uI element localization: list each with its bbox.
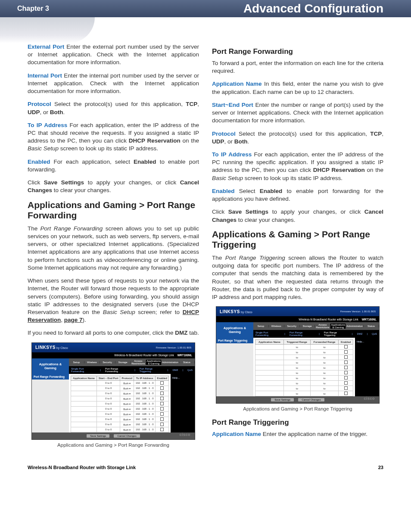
heading-prt-sub: Port Range Triggering bbox=[212, 418, 383, 427]
screenshot-caption: Applications and Gaming > Port Range For… bbox=[28, 442, 199, 448]
page-title: Advanced Configuration bbox=[243, 2, 383, 16]
screenshot-caption: Applications and Gaming > Port Range Tri… bbox=[212, 406, 383, 411]
right-column: Port Range Forwarding To forward a port,… bbox=[212, 43, 383, 454]
left-column: External Port Enter the external port nu… bbox=[28, 43, 199, 454]
para-protocol: Protocol Select the protocol(s) used for… bbox=[28, 100, 199, 116]
para: To forward a port, enter the information… bbox=[212, 59, 383, 75]
para-save-cancel: Click Save Settings to apply your change… bbox=[28, 179, 199, 194]
para-to-ip: To IP Address For each application, ente… bbox=[212, 151, 383, 182]
para-to-ip: To IP Address For each application, ente… bbox=[28, 121, 199, 153]
para-app-name-trigger: Application Name Enter the application n… bbox=[212, 430, 383, 438]
para-prt-1: The Port Range Triggering screen allows … bbox=[212, 254, 383, 301]
para-enabled: Enabled For each application, select Ena… bbox=[28, 158, 199, 174]
footer-title: Wireless-N Broadband Router with Storage… bbox=[28, 465, 136, 470]
para-prf-2: When users send these types of requests … bbox=[28, 277, 199, 324]
para-internal-port: Internal Port Enter the internal port nu… bbox=[28, 72, 199, 96]
link-page-7[interactable]: page 7 bbox=[64, 317, 83, 323]
cisco-logo: cisco bbox=[179, 432, 190, 437]
screenshot-prt: LINKSYS by CiscoFirmware Version: 1.00.0… bbox=[216, 306, 380, 404]
screenshot-prf: LINKSYS by CiscoFirmware Version: 1.00.0… bbox=[31, 342, 195, 440]
para-protocol: Protocol Select the protocol(s) used for… bbox=[212, 130, 383, 146]
para-app-name: Application Name In this field, enter th… bbox=[212, 80, 383, 96]
heading-prf-sub: Port Range Forwarding bbox=[212, 47, 383, 56]
para-save-cancel: Click Save Settings to apply your change… bbox=[212, 208, 383, 224]
term: External Port bbox=[28, 44, 64, 50]
heading-prf: Applications and Gaming > Port Range For… bbox=[28, 200, 199, 221]
para-enabled: Enabled Select Enabled to enable port fo… bbox=[212, 187, 383, 203]
page-header: Chapter 3 Advanced Configuration bbox=[0, 0, 411, 17]
chapter-label: Chapter 3 bbox=[17, 5, 49, 12]
page-footer: Wireless-N Broadband Router with Storage… bbox=[0, 454, 411, 470]
cisco-logo: cisco bbox=[364, 396, 375, 401]
heading-prt: Applications & Gaming > Port Range Trigg… bbox=[212, 229, 383, 250]
page-number: 23 bbox=[378, 465, 383, 470]
para-prf-1: The Port Range Forwarding screen allows … bbox=[28, 225, 199, 272]
para-external-port: External Port Enter the external port nu… bbox=[28, 43, 199, 67]
term: Internal Port bbox=[28, 72, 62, 79]
para-start-end: Start~End Port Enter the number or range… bbox=[212, 101, 383, 125]
para-prf-3: If you need to forward all ports to one … bbox=[28, 329, 199, 337]
